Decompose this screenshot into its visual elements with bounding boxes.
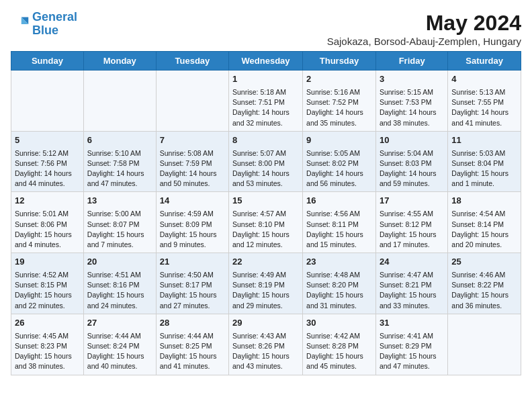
sunset-text: Sunset: 8:09 PM bbox=[160, 220, 212, 228]
day-number: 13 bbox=[87, 195, 152, 208]
day-header-tuesday: Tuesday bbox=[156, 52, 228, 71]
day-number: 4 bbox=[451, 73, 517, 86]
sunrise-text: Sunrise: 4:41 AM bbox=[380, 332, 433, 340]
sunset-text: Sunset: 8:15 PM bbox=[15, 281, 67, 289]
sunrise-text: Sunrise: 5:01 AM bbox=[15, 210, 69, 218]
daylight-text: Daylight: 14 hours and 38 minutes. bbox=[380, 108, 437, 126]
day-header-saturday: Saturday bbox=[448, 52, 521, 71]
sunrise-text: Sunrise: 4:44 AM bbox=[160, 332, 214, 340]
calendar-cell: 30Sunrise: 4:42 AMSunset: 8:28 PMDayligh… bbox=[303, 314, 376, 375]
daylight-text: Daylight: 14 hours and 35 minutes. bbox=[306, 108, 363, 126]
daylight-text: Daylight: 14 hours and 41 minutes. bbox=[451, 108, 508, 126]
day-number: 3 bbox=[380, 73, 444, 86]
daylight-text: Daylight: 14 hours and 50 minutes. bbox=[160, 169, 217, 187]
main-title: May 2024 bbox=[327, 11, 521, 36]
day-info: Sunrise: 4:46 AMSunset: 8:22 PMDaylight:… bbox=[451, 270, 517, 311]
day-info: Sunrise: 4:54 AMSunset: 8:14 PMDaylight:… bbox=[451, 209, 517, 250]
sunset-text: Sunset: 7:55 PM bbox=[451, 98, 504, 106]
day-number: 19 bbox=[15, 256, 80, 269]
day-info: Sunrise: 5:16 AMSunset: 7:52 PMDaylight:… bbox=[306, 87, 372, 128]
sunrise-text: Sunrise: 5:03 AM bbox=[451, 149, 505, 157]
daylight-text: Daylight: 14 hours and 32 minutes. bbox=[232, 108, 290, 126]
sunset-text: Sunset: 8:21 PM bbox=[380, 281, 432, 289]
calendar-cell bbox=[448, 314, 521, 375]
daylight-text: Daylight: 15 hours and 24 minutes. bbox=[87, 291, 144, 309]
sunrise-text: Sunrise: 4:54 AM bbox=[451, 210, 505, 218]
calendar-cell: 16Sunrise: 4:56 AMSunset: 8:11 PMDayligh… bbox=[303, 192, 376, 253]
sunrise-text: Sunrise: 4:44 AM bbox=[87, 332, 141, 340]
day-info: Sunrise: 5:13 AMSunset: 7:55 PMDaylight:… bbox=[451, 87, 517, 128]
calendar-table: SundayMondayTuesdayWednesdayThursdayFrid… bbox=[11, 51, 521, 375]
sunrise-text: Sunrise: 4:42 AM bbox=[306, 332, 360, 340]
sunset-text: Sunset: 8:03 PM bbox=[380, 159, 432, 167]
calendar-cell bbox=[156, 71, 228, 132]
daylight-text: Daylight: 14 hours and 59 minutes. bbox=[380, 169, 437, 187]
sunset-text: Sunset: 7:59 PM bbox=[160, 159, 212, 167]
day-number: 9 bbox=[306, 134, 372, 147]
day-number: 27 bbox=[87, 317, 152, 330]
calendar-cell bbox=[83, 71, 156, 132]
calendar-cell: 20Sunrise: 4:51 AMSunset: 8:16 PMDayligh… bbox=[83, 253, 156, 314]
sunset-text: Sunset: 8:02 PM bbox=[306, 159, 359, 167]
calendar-cell: 21Sunrise: 4:50 AMSunset: 8:17 PMDayligh… bbox=[156, 253, 228, 314]
calendar-header-row: SundayMondayTuesdayWednesdayThursdayFrid… bbox=[11, 52, 521, 71]
daylight-text: Daylight: 15 hours and 15 minutes. bbox=[306, 230, 363, 248]
calendar-cell: 29Sunrise: 4:43 AMSunset: 8:26 PMDayligh… bbox=[229, 314, 303, 375]
sunrise-text: Sunrise: 5:08 AM bbox=[160, 149, 214, 157]
calendar-cell: 25Sunrise: 4:46 AMSunset: 8:22 PMDayligh… bbox=[448, 253, 521, 314]
day-number: 22 bbox=[232, 256, 299, 269]
sunrise-text: Sunrise: 5:04 AM bbox=[380, 149, 433, 157]
calendar-cell: 13Sunrise: 5:00 AMSunset: 8:07 PMDayligh… bbox=[83, 192, 156, 253]
day-info: Sunrise: 5:10 AMSunset: 7:58 PMDaylight:… bbox=[87, 148, 152, 189]
day-number: 5 bbox=[15, 134, 80, 147]
day-header-friday: Friday bbox=[375, 52, 447, 71]
calendar-page: General Blue May 2024 Sajokaza, Borsod-A… bbox=[0, 0, 532, 382]
day-number: 17 bbox=[380, 195, 444, 208]
sunset-text: Sunset: 8:00 PM bbox=[232, 159, 285, 167]
logo-line2: Blue bbox=[32, 24, 58, 37]
sunset-text: Sunset: 8:26 PM bbox=[232, 342, 285, 350]
sunset-text: Sunset: 7:52 PM bbox=[306, 98, 359, 106]
page-header: General Blue May 2024 Sajokaza, Borsod-A… bbox=[11, 11, 521, 47]
calendar-cell: 6Sunrise: 5:10 AMSunset: 7:58 PMDaylight… bbox=[83, 131, 156, 192]
day-header-wednesday: Wednesday bbox=[229, 52, 303, 71]
calendar-cell: 5Sunrise: 5:12 AMSunset: 7:56 PMDaylight… bbox=[11, 131, 84, 192]
calendar-week-row: 26Sunrise: 4:45 AMSunset: 8:23 PMDayligh… bbox=[11, 314, 521, 375]
sunrise-text: Sunrise: 5:00 AM bbox=[87, 210, 141, 218]
day-info: Sunrise: 4:55 AMSunset: 8:12 PMDaylight:… bbox=[380, 209, 444, 250]
sunset-text: Sunset: 8:23 PM bbox=[15, 342, 67, 350]
daylight-text: Daylight: 15 hours and 41 minutes. bbox=[160, 352, 217, 370]
sunset-text: Sunset: 8:20 PM bbox=[306, 281, 359, 289]
calendar-cell: 14Sunrise: 4:59 AMSunset: 8:09 PMDayligh… bbox=[156, 192, 228, 253]
day-number: 6 bbox=[87, 134, 152, 147]
calendar-cell: 22Sunrise: 4:49 AMSunset: 8:19 PMDayligh… bbox=[229, 253, 303, 314]
sunrise-text: Sunrise: 4:51 AM bbox=[87, 271, 141, 279]
day-info: Sunrise: 5:18 AMSunset: 7:51 PMDaylight:… bbox=[232, 87, 299, 128]
day-info: Sunrise: 5:08 AMSunset: 7:59 PMDaylight:… bbox=[160, 148, 225, 189]
day-info: Sunrise: 4:56 AMSunset: 8:11 PMDaylight:… bbox=[306, 209, 372, 250]
sunset-text: Sunset: 8:16 PM bbox=[87, 281, 140, 289]
sunset-text: Sunset: 8:10 PM bbox=[232, 220, 285, 228]
day-info: Sunrise: 5:07 AMSunset: 8:00 PMDaylight:… bbox=[232, 148, 299, 189]
daylight-text: Daylight: 15 hours and 47 minutes. bbox=[380, 352, 437, 370]
sunset-text: Sunset: 8:07 PM bbox=[87, 220, 140, 228]
day-number: 15 bbox=[232, 195, 299, 208]
sunset-text: Sunset: 7:51 PM bbox=[232, 98, 285, 106]
calendar-cell: 10Sunrise: 5:04 AMSunset: 8:03 PMDayligh… bbox=[375, 131, 447, 192]
calendar-cell: 9Sunrise: 5:05 AMSunset: 8:02 PMDaylight… bbox=[303, 131, 376, 192]
day-number: 28 bbox=[160, 317, 225, 330]
daylight-text: Daylight: 15 hours and 33 minutes. bbox=[380, 291, 437, 309]
sunrise-text: Sunrise: 5:10 AM bbox=[87, 149, 141, 157]
day-number: 16 bbox=[306, 195, 372, 208]
sunrise-text: Sunrise: 4:57 AM bbox=[232, 210, 286, 218]
title-block: May 2024 Sajokaza, Borsod-Abauj-Zemplen,… bbox=[327, 11, 521, 47]
daylight-text: Daylight: 14 hours and 47 minutes. bbox=[87, 169, 144, 187]
day-info: Sunrise: 4:41 AMSunset: 8:29 PMDaylight:… bbox=[380, 331, 444, 372]
day-info: Sunrise: 5:12 AMSunset: 7:56 PMDaylight:… bbox=[15, 148, 80, 189]
sunrise-text: Sunrise: 5:15 AM bbox=[380, 88, 433, 96]
day-header-sunday: Sunday bbox=[11, 52, 84, 71]
daylight-text: Daylight: 15 hours and 36 minutes. bbox=[451, 291, 508, 309]
daylight-text: Daylight: 14 hours and 56 minutes. bbox=[306, 169, 363, 187]
daylight-text: Daylight: 14 hours and 44 minutes. bbox=[15, 169, 72, 187]
sunrise-text: Sunrise: 4:49 AM bbox=[232, 271, 286, 279]
